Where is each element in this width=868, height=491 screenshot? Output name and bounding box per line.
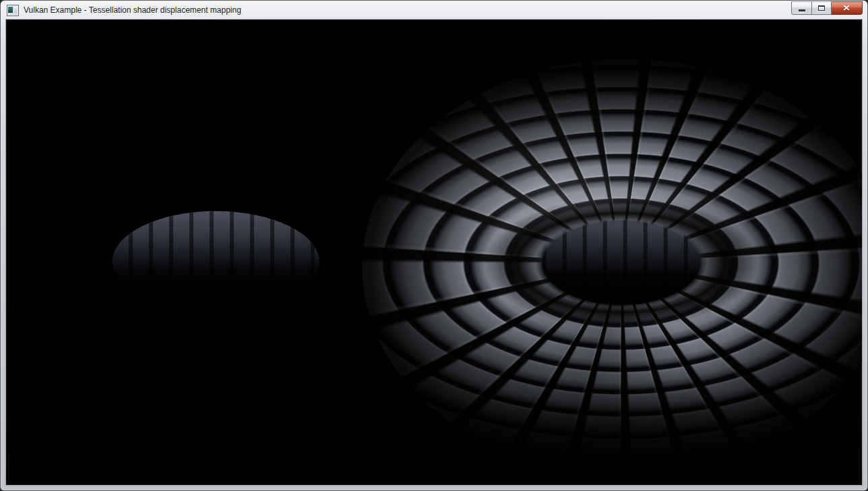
maximize-icon (818, 5, 825, 11)
caption-button-group: ✕ (791, 1, 863, 15)
title-bar[interactable]: Vulkan Example - Tessellation shader dis… (1, 1, 867, 20)
minimize-button[interactable] (791, 1, 811, 15)
maximize-button[interactable] (811, 1, 832, 15)
torus-right-displaced (362, 59, 862, 475)
vulkan-example-window: Vulkan Example - Tessellation shader dis… (0, 0, 868, 491)
render-viewport[interactable] (6, 20, 862, 485)
close-button[interactable]: ✕ (832, 1, 863, 15)
vulkan-app-icon (7, 5, 19, 16)
close-icon: ✕ (843, 4, 851, 12)
minimize-icon (799, 9, 805, 11)
window-title: Vulkan Example - Tessellation shader dis… (24, 5, 241, 15)
